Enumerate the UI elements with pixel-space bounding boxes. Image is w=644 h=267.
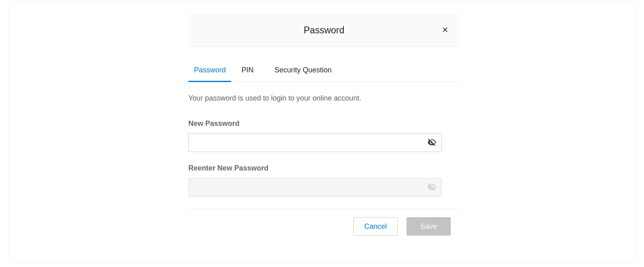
new-password-input-wrap bbox=[188, 134, 442, 152]
close-button[interactable] bbox=[439, 24, 452, 37]
save-button-label: Save bbox=[420, 222, 437, 230]
modal-title: Password bbox=[304, 25, 345, 36]
toggle-new-password-visibility[interactable] bbox=[426, 137, 438, 148]
eye-off-icon bbox=[427, 138, 436, 148]
tab-password[interactable]: Password bbox=[188, 62, 231, 82]
tab-pin[interactable]: PIN bbox=[231, 62, 264, 82]
close-icon bbox=[441, 26, 449, 35]
cancel-button-label: Cancel bbox=[364, 222, 387, 230]
modal-header: Password bbox=[188, 14, 460, 47]
new-password-input[interactable] bbox=[188, 134, 442, 152]
tab-label: Security Question bbox=[275, 66, 332, 74]
reenter-password-field: Reenter New Password bbox=[188, 164, 460, 197]
tab-label: PIN bbox=[242, 66, 254, 74]
tab-security-question[interactable]: Security Question bbox=[264, 62, 342, 82]
modal-body: Your password is used to login to your o… bbox=[188, 82, 460, 197]
eye-off-icon bbox=[427, 183, 436, 193]
new-password-field: New Password bbox=[188, 119, 460, 152]
save-button[interactable]: Save bbox=[407, 217, 451, 236]
password-modal: Password Password PIN Security Question … bbox=[188, 14, 460, 236]
password-description: Your password is used to login to your o… bbox=[188, 94, 460, 103]
reenter-password-input-wrap bbox=[188, 178, 442, 197]
toggle-reenter-password-visibility bbox=[426, 182, 438, 193]
page-container: Password Password PIN Security Question … bbox=[8, 2, 636, 263]
tabs: Password PIN Security Question bbox=[188, 62, 460, 82]
reenter-password-label: Reenter New Password bbox=[188, 164, 460, 173]
new-password-label: New Password bbox=[188, 119, 460, 128]
modal-footer: Cancel Save bbox=[188, 209, 460, 236]
cancel-button[interactable]: Cancel bbox=[353, 217, 398, 236]
tab-label: Password bbox=[194, 66, 226, 74]
reenter-password-input[interactable] bbox=[188, 178, 442, 197]
